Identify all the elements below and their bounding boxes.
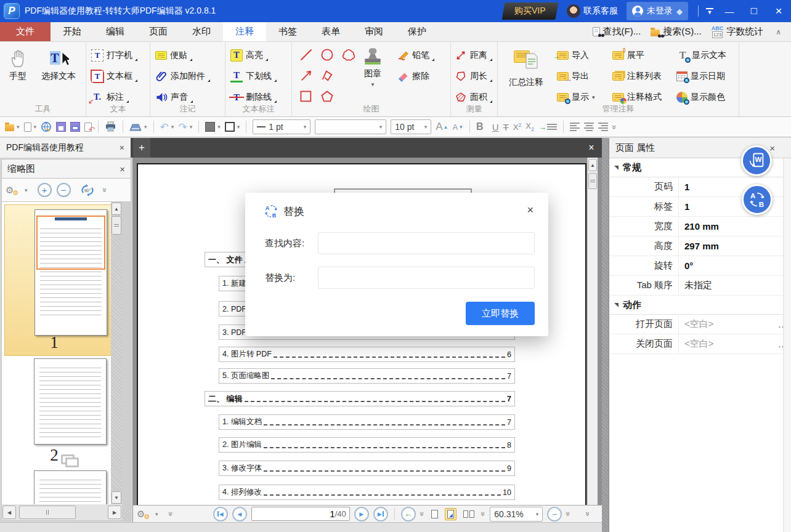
tab-page[interactable]: 页面: [137, 22, 180, 41]
maximize-button[interactable]: □: [742, 0, 766, 22]
tab-edit[interactable]: 编辑: [94, 22, 137, 41]
show-text-button[interactable]: T 显示文本: [676, 47, 726, 64]
collapse-ribbon-button[interactable]: ∧: [776, 28, 781, 36]
thumbnail-page-1[interactable]: 1: [4, 204, 113, 356]
stamp-button[interactable]: 图章 ▾: [355, 47, 391, 87]
tab-protect[interactable]: 保护: [396, 22, 439, 41]
save-as-icon[interactable]: [70, 122, 80, 132]
font-size-combobox[interactable]: 10 pt ▾: [391, 119, 431, 134]
buy-vip-button[interactable]: 购买VIP: [502, 2, 559, 20]
web-link-button[interactable]: [41, 121, 52, 132]
fill-color-button[interactable]: ▾: [205, 122, 221, 132]
single-page-mode-button[interactable]: [429, 508, 440, 520]
cloud-tool-button[interactable]: [341, 48, 356, 62]
close-properties-panel-icon[interactable]: ×: [769, 143, 775, 153]
stamp-dropdown[interactable]: ▾: [371, 81, 375, 87]
align-right-button[interactable]: [598, 123, 608, 131]
tab-bookmark[interactable]: 书签: [266, 22, 309, 41]
search-button[interactable]: 搜索(S)...: [651, 26, 702, 38]
status-overflow-3[interactable]: »: [479, 512, 488, 516]
strikethrough-button[interactable]: T: [503, 122, 508, 132]
align-center-button[interactable]: [584, 123, 594, 131]
highlight-button[interactable]: T 高亮: [230, 47, 268, 64]
thumbnail-zoom-out-button[interactable]: −: [57, 183, 71, 197]
section-actions[interactable]: 动作: [609, 296, 791, 315]
thumbnail-vertical-scrollbar[interactable]: ▲ ▼: [111, 202, 122, 504]
export-to-word-button[interactable]: W: [741, 145, 772, 176]
eraser-button[interactable]: 擦除: [397, 68, 429, 85]
underline-button[interactable]: T 下划线: [230, 68, 277, 85]
new-document-button[interactable]: ▾: [24, 123, 37, 132]
zoom-out-button[interactable]: −: [547, 507, 562, 522]
bold-button[interactable]: B: [476, 121, 484, 132]
tab-file[interactable]: 文件: [0, 22, 51, 41]
first-page-button[interactable]: ◀: [213, 507, 228, 522]
new-tab-button[interactable]: +: [133, 138, 150, 158]
import-comments-button[interactable]: → 导入: [557, 47, 589, 64]
doc-scroll-up-button[interactable]: ▲: [588, 159, 597, 171]
pencil-button[interactable]: 铅笔: [397, 47, 434, 64]
add-attachment-button[interactable]: 添加附件: [155, 68, 210, 85]
thumbnail-page-2[interactable]: 2: [4, 357, 113, 504]
show-comments-dropdown[interactable]: ▾: [592, 94, 595, 100]
increase-font-button[interactable]: A▲: [436, 121, 448, 133]
revert-icon[interactable]: ↶: [84, 123, 92, 132]
textbox-button[interactable]: T 文本框: [91, 68, 137, 85]
tab-home[interactable]: 开始: [51, 22, 94, 41]
thumb-hscroll-thumb[interactable]: [19, 506, 76, 519]
superscript-button[interactable]: X2: [513, 122, 522, 132]
minimize-button[interactable]: —: [717, 0, 742, 22]
close-all-documents-button[interactable]: ×: [581, 138, 602, 158]
export-comments-button[interactable]: → 导出: [557, 68, 589, 85]
view-options-dropdown[interactable]: ▾: [155, 511, 158, 517]
redo-button[interactable]: ↷▾: [178, 122, 192, 132]
status-overflow-4[interactable]: »: [564, 512, 573, 516]
status-overflow-5[interactable]: »: [584, 512, 593, 516]
tab-review[interactable]: 审阅: [352, 22, 396, 41]
tab-watermark[interactable]: 水印: [180, 22, 223, 41]
tab-form[interactable]: 表单: [309, 22, 352, 41]
close-thumbnail-panel-icon[interactable]: ×: [120, 164, 125, 174]
toolbar-overflow-button[interactable]: »: [610, 124, 619, 129]
flatten-button[interactable]: ✎ 展平: [612, 47, 644, 64]
subscript-button[interactable]: X2: [525, 121, 534, 132]
show-date-button[interactable]: 显示日期: [676, 68, 725, 85]
doc-scroll-thumb[interactable]: [588, 173, 597, 189]
close-window-button[interactable]: ×: [766, 0, 791, 22]
skin-menu-button[interactable]: ▼: [706, 8, 713, 14]
word-count-button[interactable]: ABC123 字数统计: [712, 26, 764, 38]
thumbnail-horizontal-scrollbar[interactable]: ◀ ▶: [2, 504, 122, 520]
previous-view-button[interactable]: ←: [401, 507, 416, 522]
decrease-font-button[interactable]: A▼: [452, 123, 463, 132]
view-options-icon[interactable]: ⚙⚙: [137, 509, 149, 520]
document-tab[interactable]: PDF编辑器使用教程 ×: [0, 138, 131, 158]
undo-button[interactable]: ↶▾: [160, 122, 174, 132]
tab-comment[interactable]: 注释: [223, 22, 266, 41]
save-icon[interactable]: [56, 122, 66, 132]
circle-tool-button[interactable]: [320, 48, 334, 62]
properties-scrollbar[interactable]: [783, 158, 791, 532]
arrow-tool-button[interactable]: [299, 69, 313, 83]
select-text-button[interactable]: T 选择文本: [34, 48, 83, 82]
thumb-scroll-down-button[interactable]: ▼: [112, 491, 121, 504]
sticky-note-button[interactable]: 便贴: [155, 47, 192, 64]
page-number-input[interactable]: [274, 509, 335, 519]
contact-support-button[interactable]: 联系客服: [583, 6, 618, 17]
status-overflow-2[interactable]: »: [418, 512, 427, 516]
status-overflow-1[interactable]: »: [166, 512, 176, 516]
thumbnail-options-icon[interactable]: ⚙⚙: [6, 185, 18, 196]
zoom-level-combobox[interactable]: 60.31% ▾: [490, 507, 543, 522]
last-page-button[interactable]: ▶: [373, 507, 388, 522]
facing-page-mode-button[interactable]: [461, 509, 477, 520]
continuous-page-mode-button[interactable]: [445, 508, 456, 520]
find-input[interactable]: [318, 232, 535, 254]
rotate-page-button[interactable]: 90°: [79, 183, 95, 198]
open-file-button[interactable]: ▾: [5, 123, 20, 131]
perimeter-button[interactable]: 周长: [455, 68, 492, 85]
find-button[interactable]: 查找(F)...: [593, 26, 641, 38]
thumb-scroll-left-button[interactable]: ◀: [2, 506, 16, 519]
underline-format-button[interactable]: U: [492, 122, 499, 132]
distance-button[interactable]: 距离: [455, 47, 492, 64]
panel-splitter[interactable]: [602, 138, 609, 532]
align-left-button[interactable]: [570, 123, 580, 131]
